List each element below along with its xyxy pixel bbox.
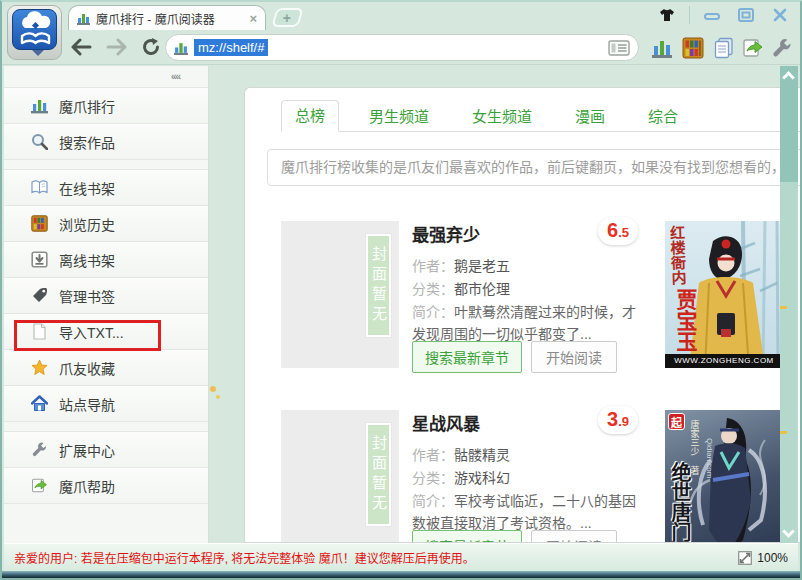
- no-cover-banner: 封面暂无: [366, 423, 391, 526]
- cover-placeholder[interactable]: 封面暂无: [281, 410, 399, 543]
- tshirt-icon: [659, 8, 675, 22]
- sidebar-item-site-nav[interactable]: 站点导航: [4, 386, 208, 422]
- sidebar-item-help[interactable]: 魔爪帮助: [4, 468, 208, 504]
- settings-toolbar-button[interactable]: [770, 36, 794, 60]
- sidebar-item-history[interactable]: 浏览历史: [4, 206, 208, 242]
- reading-list-icon[interactable]: [608, 40, 630, 56]
- refresh-button[interactable]: [138, 34, 164, 60]
- star-icon: [31, 359, 48, 376]
- close-button[interactable]: [768, 7, 792, 23]
- sidebar-item-bookmarks[interactable]: 管理书签: [4, 278, 208, 314]
- status-warning-text: 亲爱的用户: 若是在压缩包中运行本程序, 将无法完整体验 魔爪！建议您解压后再使…: [14, 549, 738, 566]
- bar-chart-icon: [31, 97, 48, 114]
- start-reading-button[interactable]: 开始阅读: [531, 341, 617, 373]
- sidebar-item-import-txt[interactable]: 导入TXT...: [4, 314, 208, 350]
- sidebar-item-search[interactable]: 搜索作品: [4, 124, 208, 160]
- scrollbar-marker: [780, 306, 787, 309]
- cover-site-url: Qidian.com: [705, 438, 714, 478]
- sidebar-item-label: 扩展中心: [59, 440, 115, 460]
- book-row: 封面暂无 星战风暴 作者：骷髅精灵 分类：游戏科幻 简介：军校考试临近，二十八的…: [281, 410, 800, 543]
- tab-comics[interactable]: 漫画: [562, 102, 618, 131]
- sidebar-collapse-button[interactable]: ««: [171, 71, 180, 82]
- tab-male-channel[interactable]: 男生频道: [356, 102, 442, 131]
- bar-chart-icon: [651, 37, 673, 59]
- sidebar-item-label: 管理书签: [59, 286, 115, 306]
- sidebar-item-label: 搜索作品: [59, 132, 115, 152]
- refresh-icon: [141, 37, 161, 57]
- tab-close-icon[interactable]: ×: [249, 11, 257, 26]
- tab-female-channel[interactable]: 女生频道: [459, 102, 545, 131]
- bookshelf-icon: [31, 215, 48, 232]
- new-tab-button[interactable]: +: [271, 8, 303, 27]
- navigation-toolbar: mz://shelf/#: [2, 30, 800, 65]
- download-icon: [31, 251, 48, 268]
- qidian-logo: 起: [668, 413, 685, 430]
- sparkle-decoration: [216, 395, 220, 399]
- cover-main-title: 贾宝玉: [674, 289, 696, 352]
- maximize-icon: [737, 8, 755, 22]
- scroll-down-icon[interactable]: [782, 525, 795, 538]
- search-latest-chapter-button[interactable]: 搜索最新章节: [412, 341, 522, 373]
- url-text[interactable]: mz://shelf/#: [194, 39, 268, 56]
- vertical-scrollbar[interactable]: [780, 66, 798, 543]
- browser-tab[interactable]: 魔爪排行 - 魔爪阅读器 ×: [68, 5, 266, 30]
- wrench-icon: [31, 441, 48, 458]
- wrench-icon: [771, 37, 793, 59]
- sidebar-item-online-shelf[interactable]: 在线书架: [4, 170, 208, 206]
- cover-placeholder[interactable]: 封面暂无: [281, 221, 399, 368]
- sidebar-item-label: 在线书架: [59, 178, 115, 198]
- bookshelf-icon: [682, 37, 704, 59]
- book-category: 分类：都市伦理: [412, 278, 646, 300]
- forward-button[interactable]: [104, 34, 130, 60]
- sidebar-item-label: 爪友收藏: [59, 358, 115, 378]
- copy-pages-toolbar-button[interactable]: [712, 36, 736, 60]
- minimize-button[interactable]: [700, 7, 724, 23]
- book-cover-image[interactable]: 起 唐家三少 著 Qidian.com 绝世唐门: [665, 410, 783, 543]
- book-intro: 简介：军校考试临近，二十八的基因数被直接取消了考试资格。...: [412, 490, 646, 534]
- minimize-icon: [703, 9, 721, 21]
- share-toolbar-button[interactable]: [741, 36, 765, 60]
- book-row: 封面暂无 最强弃少 作者：鹅是老五 分类：都市伦理 简介：叶默蓦然清醒过来的时候…: [281, 221, 800, 386]
- content-panel: 总榜 男生频道 女生频道 漫画 综合 魔爪排行榜收集的是爪友们最喜欢的作品，前后…: [244, 87, 800, 543]
- status-bar: 亲爱的用户: 若是在压缩包中运行本程序, 将无法完整体验 魔爪！建议您解压后再使…: [4, 543, 798, 571]
- sidebar-item-ranking[interactable]: 魔爪排行: [4, 88, 208, 124]
- home-icon: [31, 395, 48, 412]
- scrollbar-marker: [780, 431, 787, 434]
- tab-misc[interactable]: 综合: [635, 102, 691, 131]
- sidebar-item-extensions[interactable]: 扩展中心: [4, 432, 208, 468]
- book-intro: 简介：叶默蓦然清醒过来的时候，才发现周围的一切似乎都变了...: [412, 301, 646, 345]
- cover-site-url: WWW.ZONGHENG.COM: [665, 354, 783, 368]
- sidebar-item-favorites[interactable]: 爪友收藏: [4, 350, 208, 386]
- close-icon: [772, 8, 788, 22]
- zoom-resize-icon: [738, 551, 752, 565]
- tab-title: 魔爪排行 - 魔爪阅读器: [96, 10, 243, 27]
- divider: [689, 6, 690, 24]
- zoom-control[interactable]: 100%: [738, 551, 788, 565]
- tab-overall[interactable]: 总榜: [281, 100, 339, 132]
- sidebar: «« 魔爪排行 搜索作品 在: [4, 66, 209, 543]
- ranking-tabs: 总榜 男生频道 女生频道 漫画 综合: [281, 101, 800, 132]
- sidebar-group-gap: [4, 160, 208, 170]
- no-cover-banner: 封面暂无: [366, 234, 391, 337]
- sidebar-item-offline-shelf[interactable]: 离线书架: [4, 242, 208, 278]
- bookshelf-toolbar-button[interactable]: [681, 36, 705, 60]
- book-author: 作者：骷髅精灵: [412, 444, 646, 466]
- search-icon: [31, 133, 48, 150]
- book-cover-image[interactable]: 红楼衙内 贾宝玉 WWW.ZONGHENG.COM: [665, 221, 783, 368]
- app-menu-button[interactable]: [7, 5, 62, 60]
- window-bottom-edge: [2, 571, 800, 578]
- back-button[interactable]: [68, 34, 94, 60]
- ranking-toolbar-button[interactable]: [650, 36, 674, 60]
- address-bar[interactable]: mz://shelf/#: [165, 34, 639, 61]
- skin-button[interactable]: [655, 7, 679, 23]
- maximize-button[interactable]: [734, 7, 758, 23]
- share-icon: [742, 37, 764, 59]
- scrollbar-thumb[interactable]: [780, 66, 798, 182]
- pages-icon: [713, 37, 735, 59]
- cover-series-title: 红楼衙内: [668, 225, 686, 286]
- search-latest-chapter-button[interactable]: 搜索最新章节: [412, 530, 522, 543]
- start-reading-button[interactable]: 开始阅读: [531, 530, 617, 543]
- app-menu-dropdown-icon: [32, 50, 44, 56]
- forward-arrow-icon: [106, 38, 128, 56]
- cover-main-title: 绝世唐门: [669, 462, 690, 542]
